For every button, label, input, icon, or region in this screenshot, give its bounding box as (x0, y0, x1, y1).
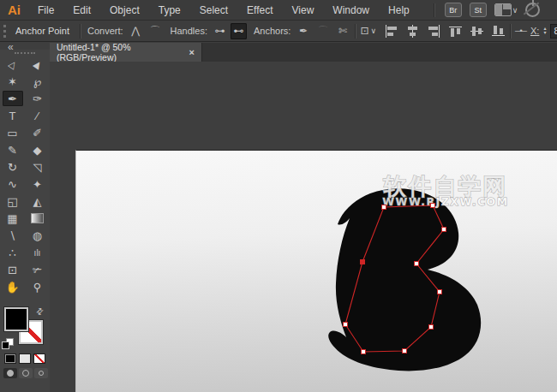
pencil-tool-icon: ✎ (8, 144, 17, 157)
tools-panel: ▷▶✶℘✒✑T∕▭✐✎◆↻◹∿✦◱◭▦∖◍∴ılı⊡✃✋⚲ ⇄ (0, 50, 50, 392)
style-button[interactable]: St (470, 3, 487, 17)
gradient-button[interactable] (19, 353, 31, 364)
mesh-tool[interactable]: ▦ (3, 211, 23, 226)
panel-grip[interactable] (3, 25, 6, 38)
draw-normal-button[interactable] (3, 368, 17, 378)
zoom-tool[interactable]: ⚲ (27, 279, 48, 294)
rotate-tool[interactable]: ↻ (3, 159, 23, 175)
close-tab-icon[interactable]: × (189, 47, 195, 57)
width-tool-icon: ∿ (8, 178, 17, 191)
align-horizontal-left-icon[interactable] (384, 25, 398, 38)
menu-items: FileEditObjectTypeSelectEffectViewWindow… (28, 4, 419, 16)
align-horizontal-right-icon[interactable] (427, 25, 441, 38)
lasso-tool[interactable]: ℘ (27, 74, 48, 89)
control-bar: Anchor Point Convert: ⋀⌒ Handles: ⊶⊷ Anc… (0, 21, 557, 42)
separator (434, 3, 434, 17)
document-canvas-area[interactable]: 软件自学网 WWW.RJZXW.COM (50, 62, 557, 392)
menu-item-view[interactable]: View (283, 4, 324, 16)
document-tab[interactable]: Untitled-1* @ 50% (RGB/Preview) × (50, 43, 202, 62)
fill-swatch[interactable] (4, 307, 28, 331)
cut-path-icon[interactable]: ✄ (334, 23, 350, 39)
align-horizontal-center-icon[interactable] (405, 25, 420, 38)
align-vertical-top-icon[interactable] (448, 25, 463, 38)
chevron-down-icon: ∨ (370, 27, 376, 35)
gradient-tool[interactable] (27, 211, 48, 226)
menu-item-effect[interactable]: Effect (237, 4, 282, 16)
separator (355, 24, 356, 39)
x-label: X: (530, 26, 539, 36)
artboard-tool[interactable]: ⊡ (3, 262, 23, 277)
convert-to-corner-icon[interactable]: ⋀ (128, 23, 144, 39)
paintbrush-tool-icon: ✐ (33, 127, 42, 140)
line-segment-tool[interactable]: ∕ (27, 108, 48, 123)
menu-item-type[interactable]: Type (149, 4, 190, 16)
blend-tool[interactable]: ◍ (27, 228, 48, 243)
direct-selection-tool[interactable]: ▷ (3, 56, 23, 72)
rectangle-tool-icon: ▭ (7, 127, 17, 140)
selection-tool-icon: ▶ (31, 58, 45, 70)
magic-wand-tool[interactable]: ✶ (3, 74, 23, 89)
hand-tool[interactable]: ✋ (3, 279, 23, 294)
x-stepper[interactable]: ▴ ▾ (543, 27, 546, 35)
hand-tool-icon: ✋ (5, 281, 19, 294)
type-tool[interactable]: T (3, 108, 23, 123)
connect-path-icon[interactable]: ⌒ (314, 23, 331, 39)
draw-behind-button[interactable] (19, 368, 33, 378)
workspace-switcher[interactable]: ∨ (494, 3, 518, 16)
menu-item-object[interactable]: Object (100, 4, 149, 16)
pencil-tool[interactable]: ✎ (3, 142, 23, 157)
column-graph-tool-icon: ılı (34, 248, 41, 258)
rotate-tool-icon: ↻ (8, 161, 17, 174)
align-vertical-bottom-icon[interactable] (491, 25, 506, 38)
artboard-options-icon[interactable]: ⊡ ∨ (360, 23, 376, 39)
menu-item-window[interactable]: Window (323, 4, 379, 16)
menu-item-edit[interactable]: Edit (63, 4, 100, 16)
menu-item-file[interactable]: File (28, 4, 63, 16)
control-bar-title: Anchor Point (15, 26, 69, 36)
shape-builder-tool[interactable]: ◱ (3, 193, 23, 209)
swap-fill-stroke-icon[interactable]: ⇄ (33, 306, 45, 318)
x-position-input[interactable] (550, 24, 557, 39)
scale-tool[interactable]: ◹ (27, 159, 48, 175)
document-tab-title: Untitled-1* @ 50% (RGB/Preview) (57, 42, 189, 62)
eraser-tool[interactable]: ◆ (27, 142, 48, 157)
document-tab-bar: « Untitled-1* @ 50% (RGB/Preview) × (0, 43, 557, 62)
align-vertical-middle-icon[interactable] (470, 25, 484, 38)
rectangle-tool[interactable]: ▭ (3, 125, 23, 140)
default-fill-stroke-icon[interactable] (2, 338, 14, 349)
selection-tool[interactable]: ▶ (27, 56, 48, 72)
menu-item-help[interactable]: Help (379, 4, 419, 16)
bridge-button[interactable]: Br (445, 3, 462, 17)
chevron-down-icon: ∨ (512, 6, 518, 15)
cs-live-power-icon[interactable] (525, 3, 540, 17)
none-button[interactable] (33, 353, 45, 364)
hide-handles-icon[interactable]: ⊷ (231, 23, 247, 39)
remove-anchor-pen-icon[interactable]: ✒ (295, 23, 311, 39)
artboard[interactable] (75, 150, 557, 392)
panel-grip[interactable] (15, 52, 35, 54)
anchors-label: Anchors: (254, 26, 290, 36)
show-handles-icon[interactable]: ⊶ (212, 23, 228, 39)
symbol-sprayer-tool[interactable]: ∴ (3, 245, 23, 260)
color-button[interactable] (4, 353, 16, 364)
free-transform-tool[interactable]: ✦ (27, 176, 48, 192)
menu-bar: Ai FileEditObjectTypeSelectEffectViewWin… (0, 0, 557, 21)
draw-inside-button[interactable] (34, 368, 48, 378)
reference-point-icon[interactable]: ─•─ (515, 27, 526, 35)
paintbrush-tool[interactable]: ✐ (27, 125, 48, 140)
blend-tool-icon: ◍ (33, 229, 42, 242)
width-tool[interactable]: ∿ (3, 176, 23, 192)
zoom-tool-icon: ⚲ (33, 281, 42, 294)
app-logo[interactable]: Ai (8, 3, 21, 17)
curvature-pen-tool[interactable]: ✑ (27, 91, 48, 106)
eyedropper-tool[interactable]: ∖ (3, 228, 23, 243)
pen-tool[interactable]: ✒ (3, 91, 23, 106)
perspective-grid-tool[interactable]: ◭ (27, 193, 48, 209)
stepper-down-icon[interactable]: ▾ (543, 31, 546, 35)
menu-item-select[interactable]: Select (190, 4, 237, 16)
separator (80, 24, 81, 39)
perspective-grid-tool-icon: ◭ (33, 195, 42, 208)
slice-tool[interactable]: ✃ (27, 262, 48, 277)
convert-to-smooth-icon[interactable]: ⌒ (147, 23, 164, 39)
column-graph-tool[interactable]: ılı (27, 245, 48, 260)
